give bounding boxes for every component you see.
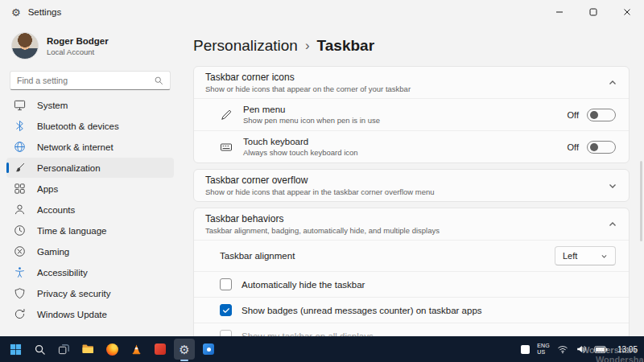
checkbox-label: Automatically hide the taskbar [242, 280, 365, 290]
vlc-button[interactable] [126, 339, 147, 360]
card-subtitle: Taskbar alignment, badging, automaticall… [205, 226, 608, 235]
search-icon [154, 76, 163, 85]
clock-icon [14, 224, 27, 237]
setting-subtitle: Show pen menu icon when pen is in use [243, 116, 380, 125]
task-view-button[interactable] [53, 339, 74, 360]
touch-keyboard-icon [220, 141, 233, 154]
breadcrumb-personalization[interactable]: Personalization [193, 37, 298, 55]
sidebar-item-gaming[interactable]: Gaming [6, 241, 174, 261]
close-button[interactable] [610, 0, 644, 24]
file-explorer-button[interactable] [77, 339, 98, 360]
firefox-icon [106, 343, 118, 356]
system-icon [14, 99, 27, 112]
avatar [11, 32, 39, 60]
sidebar-item-accessibility[interactable]: Accessibility [6, 262, 174, 282]
sidebar-item-label: Accessibility [37, 268, 88, 278]
setting-subtitle: Always show touch keyboard icon [243, 148, 358, 157]
task-view-icon [58, 343, 70, 356]
card-title: Taskbar behaviors [205, 213, 608, 224]
volume-icon[interactable] [576, 343, 587, 355]
app-red-button[interactable] [150, 339, 171, 360]
apps-grid-icon [14, 183, 27, 195]
setting-title: Taskbar alignment [220, 251, 295, 261]
red-app-icon [155, 343, 166, 355]
accounts-person-icon [14, 204, 27, 216]
sidebar-item-bluetooth-devices[interactable]: Bluetooth & devices [6, 116, 174, 136]
search-box[interactable] [10, 71, 171, 90]
expander-taskbar-corner-overflow[interactable]: Taskbar corner overflow Show or hide ico… [194, 170, 629, 201]
sidebar-item-label: Time & language [37, 226, 107, 236]
firefox-button[interactable] [101, 339, 122, 360]
blue-app-icon [203, 343, 214, 355]
settings-gear-icon: ⚙ [11, 7, 21, 18]
setting-row-taskbar-alignment: Taskbar alignment Left [194, 240, 629, 271]
toggle-state-label: Off [568, 142, 579, 152]
update-refresh-icon [14, 308, 27, 321]
taskbar-search-button[interactable] [29, 339, 50, 360]
chevron-up-icon[interactable] [608, 78, 617, 88]
expander-taskbar-corner-icons[interactable]: Taskbar corner icons Show or hide icons … [194, 67, 629, 98]
sidebar-item-time-language[interactable]: Time & language [6, 220, 174, 241]
card-taskbar-corner-icons: Taskbar corner icons Show or hide icons … [193, 66, 630, 163]
maximize-icon [589, 8, 597, 16]
setting-title: Pen menu [243, 105, 380, 114]
titlebar: ⚙ Settings [0, 0, 644, 24]
personalization-brush-icon [14, 162, 27, 175]
accessibility-person-icon [14, 266, 27, 279]
setting-row-show-badges[interactable]: Show badges (unread messages counter) on… [194, 297, 629, 323]
breadcrumb-separator-icon: › [305, 38, 310, 54]
setting-row-touch-keyboard: Touch keyboard Always show touch keyboar… [194, 130, 629, 162]
user-account[interactable]: Roger Bodger Local Account [0, 24, 180, 63]
search-input[interactable] [17, 76, 154, 85]
gaming-xbox-icon [14, 245, 27, 258]
chevron-down-icon[interactable] [608, 181, 617, 191]
sidebar-item-apps[interactable]: Apps [6, 179, 174, 199]
scrollbar[interactable] [640, 161, 642, 241]
language-indicator[interactable]: ENG US [537, 343, 550, 356]
chevron-up-icon[interactable] [608, 220, 617, 229]
app-blue-button[interactable] [198, 339, 219, 360]
pen-menu-toggle[interactable] [587, 109, 616, 121]
clock[interactable]: 13:05 [617, 345, 638, 354]
shield-icon [14, 287, 27, 300]
toggle-state-label: Off [568, 110, 579, 120]
sidebar-item-personalization[interactable]: Personalization [6, 158, 174, 178]
window-title: Settings [28, 7, 62, 17]
sidebar-item-label: Gaming [37, 247, 69, 257]
minimize-icon [555, 8, 564, 16]
expander-taskbar-behaviors[interactable]: Taskbar behaviors Taskbar alignment, bad… [194, 208, 629, 240]
settings-app-button[interactable]: ⚙ [174, 339, 195, 360]
wifi-icon[interactable] [557, 343, 568, 355]
taskbar-alignment-dropdown[interactable]: Left [555, 246, 616, 265]
battery-icon[interactable] [594, 345, 608, 354]
touch-keyboard-toggle[interactable] [587, 141, 616, 154]
sidebar-item-label: Privacy & security [37, 289, 110, 298]
sidebar: Roger Bodger Local Account System Blueto… [0, 24, 180, 336]
card-subtitle: Show or hide icons that appear in the ta… [205, 187, 608, 196]
card-title: Taskbar corner overflow [205, 175, 608, 186]
sidebar-item-privacy-security[interactable]: Privacy & security [6, 283, 174, 303]
sidebar-item-windows-update[interactable]: Windows Update [6, 304, 174, 324]
sidebar-item-label: Network & internet [37, 142, 114, 152]
settings-content: Personalization › Taskbar Taskbar corner… [180, 24, 644, 336]
sidebar-item-label: Apps [37, 184, 58, 194]
sidebar-item-network-internet[interactable]: Network & internet [6, 137, 174, 157]
card-title: Taskbar corner icons [205, 72, 608, 83]
taskbar: ⚙ ENG US 13:05 Wondershare Wondershare [0, 336, 644, 362]
show-badges-checkbox[interactable] [220, 304, 232, 316]
minimize-button[interactable] [543, 0, 576, 24]
setting-row-auto-hide[interactable]: Automatically hide the taskbar [194, 271, 629, 297]
sidebar-item-accounts[interactable]: Accounts [6, 200, 174, 220]
sidebar-nav: System Bluetooth & devices Network & int… [0, 95, 180, 324]
setting-row-pen-menu: Pen menu Show pen menu icon when pen is … [194, 98, 629, 130]
folder-icon [81, 343, 94, 356]
breadcrumb: Personalization › Taskbar [193, 37, 630, 55]
maximize-button[interactable] [576, 0, 610, 24]
checkbox-label: Show badges (unread messages counter) on… [242, 306, 482, 315]
tray-app-icon[interactable] [521, 345, 530, 354]
sidebar-item-label: Accounts [37, 205, 75, 215]
start-button[interactable] [5, 339, 26, 360]
auto-hide-checkbox[interactable] [220, 278, 232, 290]
sidebar-item-label: Windows Update [37, 310, 107, 319]
sidebar-item-system[interactable]: System [6, 95, 174, 115]
